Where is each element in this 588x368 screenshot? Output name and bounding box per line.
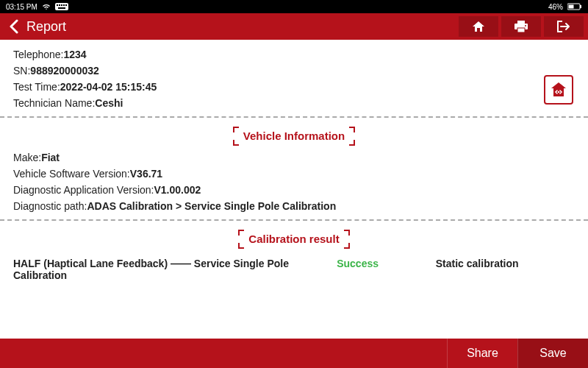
exit-button[interactable] [544, 16, 584, 37]
app-bar: Report [0, 13, 588, 40]
sn-row: SN:988920000032 [13, 65, 575, 77]
keyboard-icon [55, 3, 68, 10]
dav-value: V1.00.002 [154, 184, 201, 196]
calibration-result-row: HALF (Haptical Lane Feedback) —— Service… [13, 258, 575, 281]
vehicle-section-title: Vehicle Information [243, 130, 345, 142]
share-button[interactable]: Share [447, 339, 517, 368]
make-label: Make: [13, 152, 41, 163]
diag-path-row: Diagnostic path:ADAS Calibration > Servi… [13, 200, 575, 212]
tools-home-badge[interactable] [544, 75, 573, 105]
battery-icon [567, 3, 582, 10]
svg-rect-8 [580, 5, 581, 8]
telephone-value: 1234 [64, 49, 87, 60]
calibration-type: Static calibration [436, 258, 575, 281]
diag-path-value: ADAS Calibration > Service Single Pole C… [87, 200, 336, 212]
page-title: Report [26, 19, 66, 35]
divider [0, 219, 588, 221]
svg-rect-10 [517, 21, 525, 24]
save-button[interactable]: Save [517, 339, 588, 368]
svg-rect-2 [59, 4, 60, 6]
sn-value: 988920000032 [30, 65, 98, 77]
calibration-section-header: Calibration result [13, 231, 575, 247]
test-time-value: 2022-04-02 15:15:45 [60, 81, 157, 93]
footer-bar: Share Save [0, 339, 588, 368]
diag-path-label: Diagnostic path: [13, 200, 87, 212]
technician-row: Technician Name:Ceshi [13, 97, 575, 109]
test-time-row: Test Time:2022-04-02 15:15:45 [13, 81, 575, 93]
make-row: Make:Fiat [13, 152, 575, 163]
vsv-label: Vehicle Software Version: [13, 168, 130, 180]
battery-percent: 46% [548, 3, 563, 11]
calibration-status: Success [337, 258, 421, 281]
make-value: Fiat [41, 152, 60, 163]
vehicle-section-header: Vehicle Information [13, 128, 575, 144]
wifi-icon [42, 3, 51, 10]
dav-row: Diagnostic Application Version:V1.00.002 [13, 184, 575, 196]
telephone-label: Telephone: [13, 49, 64, 60]
calibration-section-title: Calibration result [248, 233, 339, 245]
test-time-label: Test Time: [13, 81, 60, 93]
back-button[interactable] [4, 18, 22, 35]
vsv-value: V36.71 [130, 168, 162, 180]
svg-rect-1 [57, 4, 58, 6]
technician-label: Technician Name: [13, 97, 95, 109]
vsv-row: Vehicle Software Version:V36.71 [13, 168, 575, 180]
calibration-item-name: HALF (Haptical Lane Feedback) —— Service… [13, 258, 322, 281]
dav-label: Diagnostic Application Version: [13, 184, 154, 196]
clock: 03:15 PM [6, 3, 37, 11]
divider [0, 116, 588, 118]
svg-rect-0 [55, 3, 68, 10]
telephone-row: Telephone:1234 [13, 49, 575, 60]
svg-rect-6 [58, 7, 65, 9]
print-button[interactable] [501, 16, 541, 37]
svg-rect-4 [63, 4, 65, 6]
svg-rect-12 [517, 28, 525, 32]
svg-point-14 [558, 91, 559, 93]
sn-label: SN: [13, 65, 30, 77]
technician-value: Ceshi [95, 97, 123, 109]
svg-rect-5 [65, 4, 67, 6]
svg-rect-3 [61, 4, 62, 6]
svg-point-13 [525, 25, 526, 26]
report-content: Telephone:1234 SN:988920000032 Test Time… [0, 40, 588, 339]
home-button[interactable] [459, 16, 498, 37]
system-status-bar: 03:15 PM 46% [0, 0, 588, 13]
svg-rect-9 [569, 5, 574, 9]
